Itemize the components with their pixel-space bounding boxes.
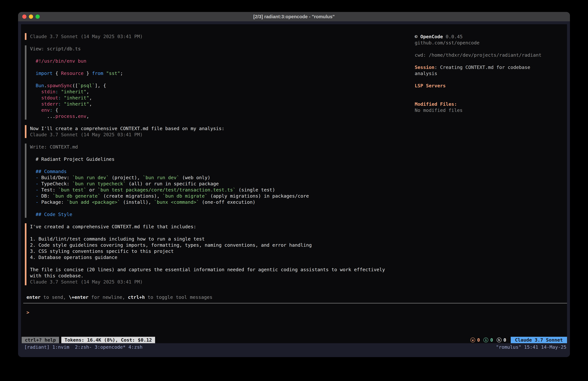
text-segment: ## Code Style [36, 212, 72, 217]
terminal-line: stdin: "inherit", [30, 89, 409, 95]
text-segment: `bunx <command>` [154, 199, 199, 205]
text-segment: env [41, 107, 50, 113]
text-segment: } [84, 70, 92, 76]
text-segment: : [58, 101, 61, 107]
titlebar: [2/3] radiant:3:opencode - "romulus" [18, 12, 570, 22]
terminal: Claude 3.7 Sonnet (14 May 2025 03:41 PM)… [18, 21, 570, 357]
text-segment: (install), [120, 199, 154, 205]
tmux-windows[interactable]: [radiant] 1:nvim 2:zsh- 3:opencode* 4:zs… [24, 344, 143, 350]
terminal-line [30, 76, 409, 83]
text-segment: 1. Build/lint/test commands including ho… [30, 236, 205, 242]
zoom-button[interactable] [36, 15, 40, 19]
text-segment: ], { [95, 83, 106, 88]
app-logo-icon: © [415, 34, 418, 39]
text-segment: : [50, 107, 52, 113]
text-segment: stdout [41, 95, 58, 101]
text-segment: Now I'll create a comprehensive CONTEXT.… [30, 126, 225, 131]
text-segment: (web only) [179, 175, 210, 180]
text-segment: - [36, 199, 38, 205]
prompt-input[interactable]: > [26, 309, 29, 315]
terminal-line [30, 52, 409, 58]
text-segment: DB: [38, 193, 52, 199]
text-segment: "inherit" [61, 89, 86, 94]
text-segment [30, 58, 36, 64]
spacer [415, 95, 546, 101]
terminal-line: View: script/db.ts [30, 46, 409, 52]
text-segment: `bun add <package>` [67, 199, 120, 205]
text-segment: , [89, 101, 92, 107]
text-segment [30, 89, 41, 94]
text-segment: . [44, 83, 47, 88]
text-segment: spawnSync [47, 83, 72, 88]
text-segment: "sst" [106, 70, 120, 76]
input-separator [23, 303, 567, 304]
text-segment: The file is concise (20 lines) and captu… [30, 267, 385, 272]
text-segment: env [78, 113, 86, 119]
terminal-line [30, 205, 409, 211]
terminal-line: Claude 3.7 Sonnet (14 May 2025 03:41 PM) [30, 132, 409, 138]
text-segment: # Radiant Project Guidelines [30, 157, 115, 162]
text-segment: : [58, 95, 61, 101]
text-segment [30, 107, 41, 113]
text-segment: , [89, 95, 92, 101]
text-segment: \+enter [69, 294, 88, 300]
text-segment: or [86, 187, 98, 193]
spacer [415, 77, 546, 83]
statusbar: ctrl+? help Tokens: 16.4K (8%), Cost: $0… [21, 337, 567, 343]
spacer [415, 58, 546, 64]
text-segment: I've created a comprehensive CONTEXT.md … [30, 224, 196, 229]
status-counters: w0i0h0 [470, 337, 506, 343]
terminal-line: 2. Code style guidelines covering import… [30, 242, 409, 248]
terminal-line: Claude 3.7 Sonnet (14 May 2025 03:41 PM) [30, 33, 409, 40]
text-segment: . [75, 113, 78, 119]
terminal-line: ## Code Style [30, 211, 409, 218]
app-name-text: OpenCode [420, 34, 443, 39]
close-button[interactable] [22, 15, 26, 19]
text-segment [30, 181, 36, 186]
h-counter: h0 [497, 337, 506, 343]
terminal-line: Claude 3.7 Sonnet (14 May 2025 03:41 PM) [30, 279, 409, 285]
text-segment: stdin [41, 89, 55, 94]
terminal-line: I've created a comprehensive CONTEXT.md … [30, 224, 409, 230]
text-segment [30, 70, 36, 76]
tool-message: Write: CONTEXT.md # Radiant Project Guid… [25, 143, 409, 218]
text-segment: (all) or run in specific package [126, 181, 219, 186]
terminal-line: - TypeCheck: `bun run typecheck` (all) o… [30, 181, 409, 187]
text-segment: 4. Database operations guidance [30, 255, 117, 260]
text-segment: , [86, 113, 89, 119]
text-segment: - [36, 175, 38, 180]
cwd-line: cwd: /home/thdxr/dev/projects/radiant/ra… [415, 52, 546, 58]
terminal-line: Bun.spawnSync([`psql`], { [30, 83, 409, 89]
prompt-symbol: > [26, 310, 29, 315]
terminal-line: with this codebase. [30, 273, 409, 279]
assistant-message: Claude 3.7 Sonnet (14 May 2025 03:41 PM) [25, 33, 409, 40]
circled-i-icon: i [483, 337, 488, 342]
modified-files-header: Modified Files: [415, 101, 546, 107]
tmux-session-clock: "romulus" 15:41 14-May-25 [496, 344, 567, 350]
text-segment [30, 83, 36, 88]
text-segment: import [36, 70, 53, 76]
text-segment [30, 187, 36, 193]
text-segment: 3. CSS styling conventions specific to t… [30, 248, 174, 254]
model-badge: Claude 3.7 Sonnet [511, 337, 567, 343]
text-segment: 2. Code style guidelines covering import… [30, 242, 312, 248]
text-segment: to toggle tool messages [145, 294, 212, 300]
terminal-line: stderr: "inherit", [30, 101, 409, 107]
text-segment: ([ [72, 83, 78, 88]
text-segment: Claude 3.7 Sonnet (14 May 2025 03:41 PM) [30, 132, 143, 137]
assistant-message: I've created a comprehensive CONTEXT.md … [25, 223, 409, 285]
text-segment [30, 113, 47, 119]
i-counter: i0 [483, 337, 493, 343]
terminal-line [30, 260, 409, 267]
text-segment: Resource [61, 70, 84, 76]
terminal-line: 1. Build/lint/test commands including ho… [30, 236, 409, 242]
text-segment: #!/usr/bin/env bun [36, 58, 86, 64]
text-segment: `bun run dev` [143, 175, 179, 180]
terminal-line: #!/usr/bin/env bun [30, 58, 409, 64]
minimize-button[interactable] [29, 15, 33, 19]
text-segment: `bun db migrate` [163, 193, 208, 199]
app-version [443, 34, 446, 39]
counter-value: 0 [490, 337, 493, 343]
terminal-line: - Test: `bun test` or `bun test packages… [30, 187, 409, 193]
text-segment: ## Commands [36, 169, 67, 174]
